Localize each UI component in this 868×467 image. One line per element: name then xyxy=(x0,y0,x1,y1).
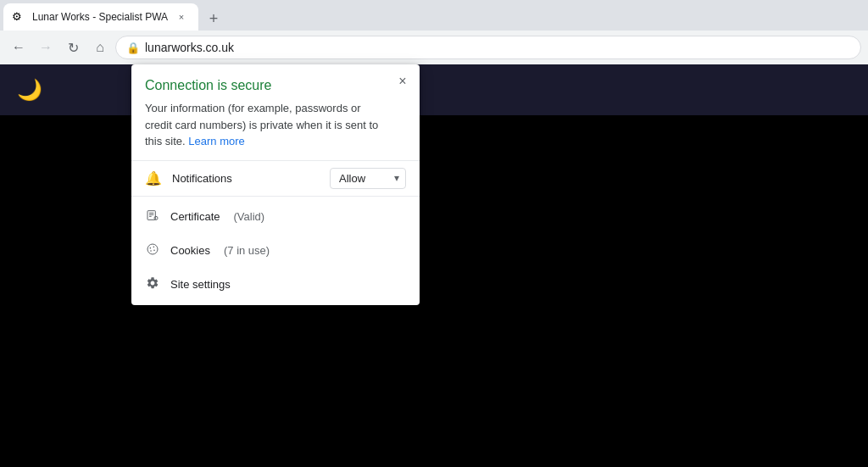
tab-title: Lunar Works - Specialist PWA xyxy=(32,11,168,23)
cookies-label: Cookies xyxy=(170,244,210,257)
notifications-section: 🔔 Notifications Allow Block Ask ▾ xyxy=(131,160,420,196)
cookies-count: (7 in use) xyxy=(224,244,270,257)
notifications-select[interactable]: Allow Block Ask xyxy=(330,168,406,189)
tab-bar: ⚙ Lunar Works - Specialist PWA × + xyxy=(0,0,868,31)
new-tab-button[interactable]: + xyxy=(202,7,225,31)
notifications-select-wrapper[interactable]: Allow Block Ask ▾ xyxy=(330,168,406,189)
site-settings-label: Site settings xyxy=(170,278,231,291)
home-button[interactable]: ⌂ xyxy=(88,36,112,59)
url-text: lunarworks.co.uk xyxy=(145,41,234,54)
page-area: 🌙 × Connection is secure Your informatio… xyxy=(0,64,868,467)
svg-point-4 xyxy=(154,216,158,220)
lock-icon: 🔒 xyxy=(126,42,140,54)
browser-frame: ⚙ Lunar Works - Specialist PWA × + ← → ↻… xyxy=(0,0,868,467)
notifications-label: Notifications xyxy=(172,172,320,185)
settings-icon xyxy=(145,276,160,293)
back-button[interactable]: ← xyxy=(7,36,31,59)
svg-point-6 xyxy=(150,247,152,248)
site-header: 🌙 xyxy=(0,64,868,115)
svg-point-7 xyxy=(153,246,155,247)
learn-more-link[interactable]: Learn more xyxy=(188,135,244,147)
nav-bar: ← → ↻ ⌂ 🔒 lunarworks.co.uk xyxy=(0,31,868,64)
bell-icon: 🔔 xyxy=(145,170,162,186)
certificate-icon xyxy=(145,208,160,225)
reload-button[interactable]: ↻ xyxy=(61,36,85,59)
tab-favicon: ⚙ xyxy=(12,10,25,24)
svg-point-9 xyxy=(150,250,152,252)
cookies-link[interactable]: Cookies (7 in use) xyxy=(131,234,420,268)
address-bar[interactable]: 🔒 lunarworks.co.uk xyxy=(115,36,861,59)
certificate-link[interactable]: Certificate (Valid) xyxy=(131,200,420,234)
active-tab[interactable]: ⚙ Lunar Works - Specialist PWA × xyxy=(3,3,198,31)
popup-close-button[interactable]: × xyxy=(392,71,413,92)
forward-button[interactable]: → xyxy=(34,36,58,59)
popup-links-section: Certificate (Valid) Cookies xyxy=(131,196,420,305)
site-logo-icon: 🌙 xyxy=(17,78,42,102)
svg-point-5 xyxy=(147,244,158,254)
popup-header: Connection is secure Your information (f… xyxy=(131,64,420,160)
svg-point-8 xyxy=(153,249,155,251)
certificate-status: (Valid) xyxy=(234,210,265,223)
site-settings-link[interactable]: Site settings xyxy=(131,268,420,302)
popup-title: Connection is secure xyxy=(145,78,386,93)
security-popup: × Connection is secure Your information … xyxy=(131,64,420,305)
tab-close-button[interactable]: × xyxy=(175,10,188,24)
certificate-label: Certificate xyxy=(170,210,220,223)
cookies-icon xyxy=(145,242,160,259)
popup-description: Your information (for example, passwords… xyxy=(145,100,386,150)
